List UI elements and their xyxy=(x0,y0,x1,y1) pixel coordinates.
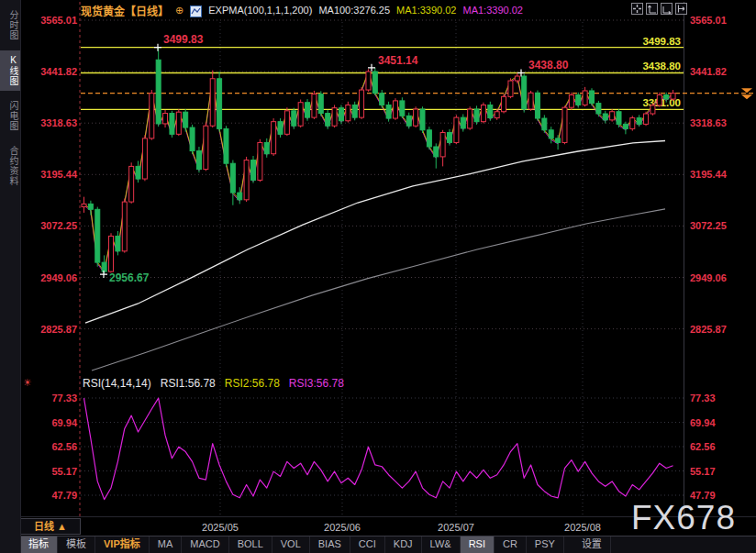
svg-text:2825.87: 2825.87 xyxy=(690,324,727,335)
svg-text:55.17: 55.17 xyxy=(51,466,77,477)
tab-bias[interactable]: BIAS xyxy=(310,536,350,553)
svg-text:3441.82: 3441.82 xyxy=(690,66,727,77)
tab-vol[interactable]: VOL xyxy=(272,536,310,553)
svg-text:2025/07: 2025/07 xyxy=(438,522,474,533)
svg-text:3072.25: 3072.25 xyxy=(40,220,77,231)
gridlines xyxy=(20,2,756,517)
svg-text:3072.25: 3072.25 xyxy=(690,220,727,231)
price-annotations: 3499.833451.143438.802956.67 xyxy=(100,33,569,284)
svg-text:69.94: 69.94 xyxy=(51,417,77,428)
ma1-magenta-value: MA1:3390.02 xyxy=(462,5,522,16)
mini-chart-icon xyxy=(190,5,202,17)
svg-text:62.56: 62.56 xyxy=(51,441,77,452)
pan-right-icon[interactable] xyxy=(675,3,687,15)
svg-text:3438.80: 3438.80 xyxy=(642,61,681,72)
tab-kdj[interactable]: KDJ xyxy=(385,536,422,553)
tab-cci[interactable]: CCI xyxy=(350,536,385,553)
watermark-logo: FX678 xyxy=(631,501,736,535)
svg-text:2825.87: 2825.87 xyxy=(40,324,77,335)
svg-text:3318.63: 3318.63 xyxy=(40,117,77,128)
tab-vip-indicators[interactable]: VIP指标 xyxy=(95,536,150,553)
svg-text:2025/05: 2025/05 xyxy=(202,522,239,533)
svg-text:69.94: 69.94 xyxy=(690,417,716,428)
rsi1-value: RSI1:56.78 xyxy=(161,377,216,390)
rsi2-value: RSI2:56.78 xyxy=(225,377,280,390)
period-selector[interactable]: 日线 ▲ xyxy=(20,518,81,535)
svg-text:2949.06: 2949.06 xyxy=(690,272,727,283)
tab-rsi[interactable]: RSI xyxy=(461,536,495,553)
chart-toolbar xyxy=(631,3,687,15)
svg-text:3438.80: 3438.80 xyxy=(528,59,569,72)
tab-settings[interactable]: 设置 xyxy=(573,536,611,553)
rsi-legend: RSI(14,14,14) RSI1:56.78 RSI2:56.78 RSI3… xyxy=(83,377,344,390)
time-axis-labels: 2025/052025/062025/072025/08 xyxy=(202,522,601,533)
y-axis-scale-icon[interactable] xyxy=(646,3,658,15)
tab-macd[interactable]: MACD xyxy=(182,536,228,553)
svg-text:2956.67: 2956.67 xyxy=(109,271,150,284)
svg-text:2949.06: 2949.06 xyxy=(40,272,77,283)
svg-text:3565.01: 3565.01 xyxy=(40,15,77,26)
tab-psy[interactable]: PSY xyxy=(527,536,564,553)
indicator-tab-bar: 指标模板VIP指标MAMACDBOLLVOLBIASCCIKDJLW&RSICR… xyxy=(20,536,756,553)
svg-text:3499.83: 3499.83 xyxy=(163,33,204,46)
x-axis-scale-icon[interactable] xyxy=(661,3,673,15)
tab-ma[interactable]: MA xyxy=(150,536,183,553)
candlestick-series xyxy=(82,48,675,274)
svg-text:2025/06: 2025/06 xyxy=(324,522,361,533)
chart-header: 现货黄金【日线】 ⊕ EXPMA(100,1,1,1,200) MA100:32… xyxy=(81,3,523,17)
svg-text:77.33: 77.33 xyxy=(51,393,77,404)
ma100-line xyxy=(85,140,665,323)
svg-text:62.56: 62.56 xyxy=(690,441,716,452)
trading-app: 3499.833438.803351.003565.013565.013441.… xyxy=(0,0,756,553)
move-icon[interactable] xyxy=(631,3,643,15)
sidebar-item-kline-chart[interactable]: K线图 xyxy=(0,50,20,91)
sidebar-item-contract-info[interactable]: 合约资料 xyxy=(0,141,20,191)
indicator-formula: EXPMA(100,1,1,1,200) xyxy=(208,5,312,16)
svg-text:3499.83: 3499.83 xyxy=(642,36,681,47)
svg-text:3195.44: 3195.44 xyxy=(690,169,728,180)
rsi-line xyxy=(84,398,673,500)
tab-boll[interactable]: BOLL xyxy=(229,536,272,553)
tab-templates[interactable]: 模板 xyxy=(58,536,95,553)
rsi-plot xyxy=(84,398,673,500)
price-axis-labels: 3565.013565.013441.823441.823318.633318.… xyxy=(40,15,727,501)
svg-text:3441.82: 3441.82 xyxy=(40,66,77,77)
ma100-value: MA100:3276.25 xyxy=(318,5,390,16)
left-sidebar: 分时图K线图闪电图合约资料 xyxy=(0,0,21,553)
sidebar-item-time-chart[interactable]: 分时图 xyxy=(0,6,20,45)
svg-text:77.33: 77.33 xyxy=(690,393,716,404)
sidebar-item-flash-chart[interactable]: 闪电图 xyxy=(0,96,20,136)
tab-indicators[interactable]: 指标 xyxy=(20,536,58,553)
svg-text:47.79: 47.79 xyxy=(51,490,77,501)
svg-text:3195.44: 3195.44 xyxy=(40,169,78,180)
ma1-yellow-value: MA1:3390.02 xyxy=(396,5,456,16)
symbol-title: 现货黄金【日线】 xyxy=(81,3,169,18)
ma200-line xyxy=(92,209,665,371)
tab-cr[interactable]: CR xyxy=(495,536,527,553)
rsi3-value: RSI3:56.78 xyxy=(289,377,344,390)
chart-canvas[interactable]: 3499.833438.803351.003565.013565.013441.… xyxy=(0,0,756,553)
tab-lwr[interactable]: LW& xyxy=(422,536,461,553)
svg-text:3318.63: 3318.63 xyxy=(690,117,727,128)
rsi-settings-icon[interactable]: ☀ xyxy=(21,376,34,389)
rsi-formula: RSI(14,14,14) xyxy=(83,377,151,390)
svg-text:3565.01: 3565.01 xyxy=(690,15,727,26)
svg-text:3451.14: 3451.14 xyxy=(378,54,418,67)
add-indicator-icon[interactable]: ⊕ xyxy=(175,5,183,17)
svg-text:55.17: 55.17 xyxy=(690,466,716,477)
svg-text:2025/08: 2025/08 xyxy=(564,522,601,533)
